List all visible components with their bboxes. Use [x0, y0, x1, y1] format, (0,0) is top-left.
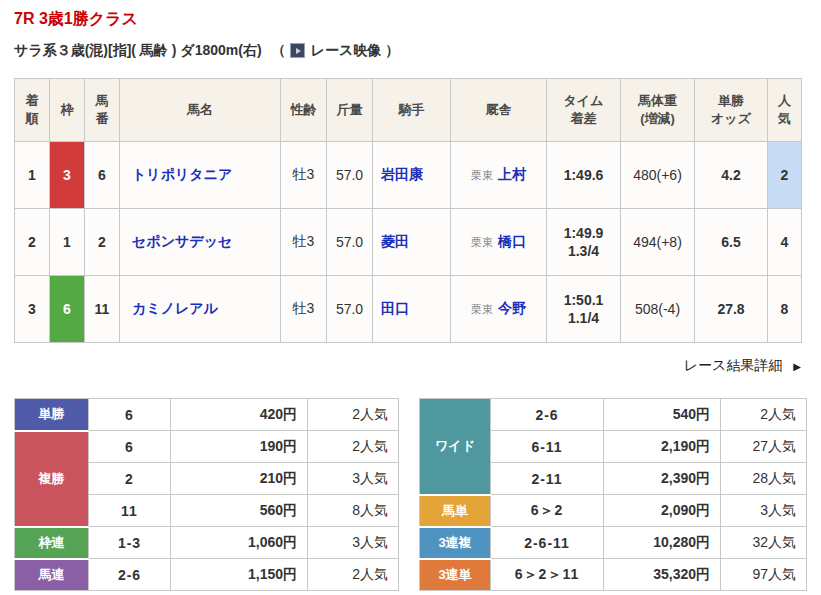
payout-row: ワイド 2-6 540円 2人気 [420, 399, 807, 431]
horse-number: 2 [85, 209, 120, 276]
horse-name-link[interactable]: カミノレアル [132, 300, 218, 316]
time-margin-cell: 1:50.1 1.1/4 [547, 276, 621, 343]
payout-table-right: ワイド 2-6 540円 2人気 6-11 2,190円 27人気 2-11 2… [419, 398, 807, 591]
col-stable: 厩舎 [451, 79, 547, 142]
payout-combo: 2-11 [491, 463, 604, 495]
payout-combo: 6 [89, 399, 171, 431]
time-margin-cell: 1:49.9 1.3/4 [547, 209, 621, 276]
payout-amount: 2,090円 [604, 495, 721, 527]
weight-carried: 57.0 [327, 209, 373, 276]
race-result-detail-label: レース結果詳細 [684, 357, 783, 373]
payout-popularity: 32人気 [721, 527, 807, 559]
weight-carried: 57.0 [327, 276, 373, 343]
result-row-2: 2 1 2 セポンサデッセ 牡3 57.0 菱田 栗東橋口 1:49.9 1.3… [15, 209, 802, 276]
payout-amount: 1,150円 [171, 559, 308, 591]
col-weight-carried: 斤量 [327, 79, 373, 142]
payout-combo: 2-6 [89, 559, 171, 591]
stable-cell: 栗東上村 [451, 142, 547, 209]
payout-combo: 1-3 [89, 527, 171, 559]
horse-name-link[interactable]: セポンサデッセ [132, 233, 232, 249]
finish-time: 1:50.1 [547, 291, 620, 309]
result-row-3: 3 6 11 カミノレアル 牡3 57.0 田口 栗東今野 1:50.1 1.1… [15, 276, 802, 343]
payout-label-place: 複勝 [15, 431, 89, 527]
race-conditions-text: サラ系３歳(混)[指]( 馬齢 ) ダ1800m(右) [14, 39, 262, 61]
payout-row: 枠連 1-3 1,060円 3人気 [15, 527, 399, 559]
payout-amount: 540円 [604, 399, 721, 431]
finish-order: 3 [15, 276, 50, 343]
jockey-link[interactable]: 田口 [381, 300, 409, 316]
body-weight: 494(+8) [621, 209, 695, 276]
col-frame: 枠 [50, 79, 85, 142]
payout-label-trio: 3連複 [420, 527, 491, 559]
payout-combo: 6＞2 [491, 495, 604, 527]
frame-number: 1 [50, 209, 85, 276]
payout-row: 複勝 6 190円 2人気 [15, 431, 399, 463]
payout-popularity: 2人気 [308, 559, 399, 591]
payout-popularity: 2人気 [308, 399, 399, 431]
payout-section: 単勝 6 420円 2人気 複勝 6 190円 2人気 2 210円 3人気 1… [14, 398, 807, 591]
payout-row: 3連単 6＞2＞11 35,320円 97人気 [420, 559, 807, 591]
finish-margin: 1.3/4 [547, 242, 620, 260]
race-video-link[interactable]: レース映像 [290, 39, 382, 61]
col-popularity: 人 気 [768, 79, 802, 142]
stable-cell: 栗東今野 [451, 276, 547, 343]
payout-combo: 2-6 [491, 399, 604, 431]
payout-amount: 1,060円 [171, 527, 308, 559]
payout-table-left: 単勝 6 420円 2人気 複勝 6 190円 2人気 2 210円 3人気 1… [14, 398, 399, 591]
jockey-link[interactable]: 菱田 [381, 233, 409, 249]
finish-time: 1:49.9 [547, 224, 620, 242]
race-video-label: レース映像 [311, 39, 382, 61]
popularity: 4 [768, 209, 802, 276]
body-weight: 508(-4) [621, 276, 695, 343]
payout-label-win: 単勝 [15, 399, 89, 431]
horse-name-link[interactable]: トリポリタニア [132, 166, 232, 182]
payout-amount: 35,320円 [604, 559, 721, 591]
payout-label-bracket-quinella: 枠連 [15, 527, 89, 559]
finish-time: 1:49.6 [547, 166, 620, 184]
payout-popularity: 3人気 [721, 495, 807, 527]
col-body-weight: 馬体重 (増減) [621, 79, 695, 142]
payout-combo: 11 [89, 495, 171, 527]
stable-cell: 栗東橋口 [451, 209, 547, 276]
payout-popularity: 8人気 [308, 495, 399, 527]
payout-amount: 560円 [171, 495, 308, 527]
race-result-detail-link[interactable]: レース結果詳細 ▶ [684, 357, 801, 373]
payout-row: 3連複 2-6-11 10,280円 32人気 [420, 527, 807, 559]
col-horse-name: 馬名 [120, 79, 281, 142]
paren-open: （ [272, 39, 286, 61]
payout-amount: 2,190円 [604, 431, 721, 463]
finish-order: 2 [15, 209, 50, 276]
payout-combo: 6 [89, 431, 171, 463]
payout-label-trifecta: 3連単 [420, 559, 491, 591]
horse-number: 11 [85, 276, 120, 343]
weight-carried: 57.0 [327, 142, 373, 209]
payout-row: 単勝 6 420円 2人気 [15, 399, 399, 431]
trainer-link[interactable]: 上村 [498, 166, 526, 182]
payout-popularity: 28人気 [721, 463, 807, 495]
jockey-link[interactable]: 岩田康 [381, 166, 423, 182]
popularity: 2 [768, 142, 802, 209]
detail-link-row: レース結果詳細 ▶ [14, 357, 801, 377]
body-weight: 480(+6) [621, 142, 695, 209]
result-header-row: 着 順 枠 馬 番 馬名 性齢 斤量 騎手 厩舎 タイム 着差 馬体重 (増減)… [15, 79, 802, 142]
payout-combo: 6-11 [491, 431, 604, 463]
trainer-link[interactable]: 橋口 [498, 233, 526, 249]
paren-close: ） [385, 39, 399, 61]
frame-number: 3 [50, 142, 85, 209]
win-odds: 6.5 [695, 209, 768, 276]
chevron-right-icon: ▶ [793, 361, 801, 372]
payout-popularity: 2人気 [308, 431, 399, 463]
col-jockey: 騎手 [373, 79, 451, 142]
sex-age: 牡3 [281, 142, 327, 209]
payout-label-exacta: 馬単 [420, 495, 491, 527]
col-finish-order: 着 順 [15, 79, 50, 142]
race-title: 7R 3歳1勝クラス [14, 8, 807, 30]
finish-margin: 1.1/4 [547, 309, 620, 327]
payout-amount: 10,280円 [604, 527, 721, 559]
payout-combo: 2 [89, 463, 171, 495]
sex-age: 牡3 [281, 276, 327, 343]
payout-combo: 2-6-11 [491, 527, 604, 559]
payout-combo: 6＞2＞11 [491, 559, 604, 591]
sex-age: 牡3 [281, 209, 327, 276]
trainer-link[interactable]: 今野 [498, 300, 526, 316]
